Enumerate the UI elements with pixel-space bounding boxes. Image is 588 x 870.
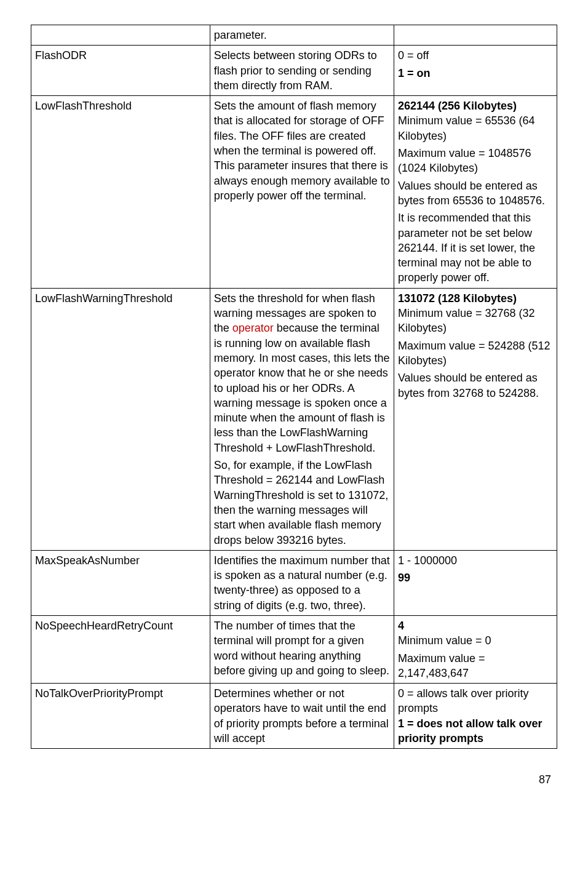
glossary-link[interactable]: operator <box>232 322 274 334</box>
param-value-cell: 1 - 100000099 <box>394 550 557 615</box>
param-name-cell: FlashODR <box>31 46 210 96</box>
param-name-cell: NoSpeechHeardRetryCount <box>31 615 210 683</box>
param-value-cell: 0 = allows talk over priority prompts 1 … <box>394 684 557 749</box>
param-name-cell: MaxSpeakAsNumber <box>31 550 210 615</box>
page-number: 87 <box>31 773 557 786</box>
table-row: FlashODRSelects between storing ODRs to … <box>31 46 557 96</box>
parameter-table: parameter.FlashODRSelects between storin… <box>31 25 557 749</box>
table-row: NoSpeechHeardRetryCountThe number of tim… <box>31 615 557 683</box>
param-desc-cell: Identifies the maximum number that is sp… <box>210 550 394 615</box>
table-row: LowFlashWarningThresholdSets the thresho… <box>31 288 557 550</box>
table-row: MaxSpeakAsNumberIdentifies the maximum n… <box>31 550 557 615</box>
param-value-cell: 131072 (128 Kilobytes) Minimum value = 3… <box>394 288 557 550</box>
param-desc-cell: Selects between storing ODRs to flash pr… <box>210 46 394 96</box>
param-desc-cell: Sets the amount of flash memory that is … <box>210 96 394 289</box>
param-name-cell <box>31 25 210 46</box>
param-desc-cell: The number of times that the terminal wi… <box>210 615 394 683</box>
param-value-cell <box>394 25 557 46</box>
param-name-cell: NoTalkOverPriorityPrompt <box>31 684 210 749</box>
table-row: LowFlashThresholdSets the amount of flas… <box>31 96 557 289</box>
param-desc-cell: parameter. <box>210 25 394 46</box>
table-row: parameter. <box>31 25 557 46</box>
param-name-cell: LowFlashThreshold <box>31 96 210 289</box>
param-desc-cell: Sets the threshold for when flash warnin… <box>210 288 394 550</box>
param-value-cell: 4 Minimum value = 0Maximum value = 2,147… <box>394 615 557 683</box>
param-value-cell: 262144 (256 Kilobytes) Minimum value = 6… <box>394 96 557 289</box>
param-value-cell: 0 = off 1 = on <box>394 46 557 96</box>
param-desc-cell: Determines whether or not operators have… <box>210 684 394 749</box>
param-name-cell: LowFlashWarningThreshold <box>31 288 210 550</box>
table-row: NoTalkOverPriorityPromptDetermines wheth… <box>31 684 557 749</box>
